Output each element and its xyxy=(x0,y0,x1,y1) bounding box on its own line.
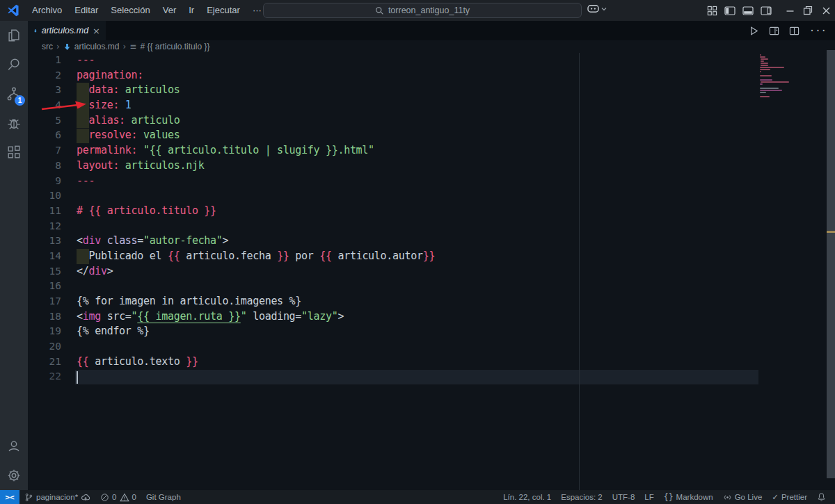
markdown-file-icon xyxy=(33,26,38,35)
code-line-8[interactable]: layout: articulos.njk xyxy=(77,158,758,174)
remote-indicator[interactable]: >< xyxy=(0,490,19,504)
code-line-18[interactable]: <img src="{{ imagen.ruta }}" loading="la… xyxy=(77,309,758,325)
toggle-sidebar-button[interactable] xyxy=(721,0,739,21)
command-center-search[interactable]: torreon_antiguo_11ty xyxy=(263,3,582,18)
code-token: {{ imagen.ruta }} xyxy=(137,310,240,323)
code-token xyxy=(119,159,125,172)
encoding-label: UTF-8 xyxy=(612,493,635,501)
toggle-panel-button[interactable] xyxy=(739,0,757,21)
code-token: > xyxy=(337,310,344,323)
customize-layout-button[interactable] xyxy=(703,0,721,21)
tab-close-icon[interactable]: × xyxy=(93,26,100,36)
code-line-14[interactable]: Publicado el {{ articulo.fecha }} por {{… xyxy=(77,249,758,264)
search-icon xyxy=(6,57,22,72)
close-window-button[interactable] xyxy=(817,0,835,21)
menu-item-seleccin[interactable]: Selección xyxy=(104,0,156,21)
editor-pane[interactable]: 12345678910111213141516171819202122 ---p… xyxy=(28,53,835,490)
code-token: alias: xyxy=(88,114,125,127)
close-icon xyxy=(822,6,831,15)
tab-articulos-md[interactable]: articulos.md × xyxy=(28,21,106,40)
code-line-17[interactable]: {% for imagen in articulo.imagenes %} xyxy=(77,294,758,309)
breadcrumb-src[interactable]: src xyxy=(42,42,53,51)
code-line-4[interactable]: size: 1 xyxy=(77,98,758,113)
extensions-button[interactable] xyxy=(0,138,28,167)
code-token: articulo.fecha xyxy=(180,250,277,262)
code-line-13[interactable]: <div class="autor-fecha"> xyxy=(77,234,758,249)
code-token: {% endfor %} xyxy=(77,325,150,337)
code-line-1[interactable]: --- xyxy=(77,53,758,68)
line-number-6: 6 xyxy=(28,128,61,143)
code-line-2[interactable]: pagination: xyxy=(77,68,758,83)
menu-item-ir[interactable]: Ir xyxy=(182,0,200,21)
code-line-15[interactable]: </div> xyxy=(77,264,758,279)
restore-button[interactable] xyxy=(799,0,817,21)
run-preview-icon[interactable] xyxy=(749,26,759,36)
code-token: articulo.texto xyxy=(88,355,186,368)
menu-item-editar[interactable]: Editar xyxy=(68,0,104,21)
split-editor-icon[interactable] xyxy=(789,26,800,36)
code-line-16[interactable] xyxy=(77,279,758,294)
explorer-button[interactable] xyxy=(0,21,28,50)
eol-status[interactable]: LF xyxy=(639,490,658,504)
scrollbar[interactable] xyxy=(827,50,835,478)
line-number-19: 19 xyxy=(28,324,61,339)
encoding-status[interactable]: UTF-8 xyxy=(607,490,640,504)
code-token: --- xyxy=(77,174,95,187)
go-live-status[interactable]: Go Live xyxy=(718,490,768,504)
code-token: values xyxy=(143,129,180,141)
minimap[interactable] xyxy=(760,54,806,100)
gear-icon xyxy=(6,468,22,483)
source-control-button[interactable]: 1 xyxy=(0,79,28,108)
warnings-count: 0 xyxy=(132,493,136,501)
problems-status[interactable]: 0 0 xyxy=(95,490,141,504)
minimize-button[interactable] xyxy=(781,0,799,21)
code-token xyxy=(101,234,107,247)
minimap-line xyxy=(761,81,789,83)
line-number-18: 18 xyxy=(28,309,61,325)
code-token: {{ xyxy=(77,355,88,368)
indentation-status[interactable]: Espacios: 2 xyxy=(556,490,607,504)
breadcrumb-file[interactable]: articulos.md xyxy=(74,42,120,51)
code-line-20[interactable] xyxy=(77,339,758,355)
toggle-secondary-sidebar-button[interactable] xyxy=(757,0,775,21)
code-line-11[interactable]: # {{ articulo.titulo }} xyxy=(77,204,758,219)
breadcrumb-symbol[interactable]: # {{ articulo.titulo }} xyxy=(140,42,209,51)
code-line-19[interactable]: {% endfor %} xyxy=(77,324,758,339)
errors-count: 0 xyxy=(112,493,116,501)
eol-label: LF xyxy=(644,493,653,501)
minimap-line xyxy=(761,58,768,60)
minimap-line xyxy=(760,67,784,68)
code-line-22[interactable] xyxy=(77,369,758,384)
code-line-9[interactable]: --- xyxy=(77,174,758,189)
code-token: size: xyxy=(88,99,119,111)
git-graph-status[interactable]: Git Graph xyxy=(141,490,186,504)
line-number-20: 20 xyxy=(28,339,61,355)
code-line-7[interactable]: permalink: "{{ articulo.titulo | slugify… xyxy=(77,143,758,158)
notifications-status[interactable] xyxy=(812,490,831,504)
code-line-12[interactable] xyxy=(77,219,758,234)
search-button[interactable] xyxy=(0,50,28,79)
text-cursor xyxy=(77,371,78,384)
settings-button[interactable] xyxy=(0,461,28,490)
menu-item-ver[interactable]: Ver xyxy=(157,0,183,21)
cursor-position-status[interactable]: Lín. 22, col. 1 xyxy=(498,490,556,504)
formatter-status[interactable]: ✓ Prettier xyxy=(767,490,812,504)
more-actions-icon[interactable]: ··· xyxy=(809,25,827,36)
code-line-3[interactable]: data: articulos xyxy=(77,83,758,98)
copilot-menu[interactable] xyxy=(587,3,607,14)
run-debug-button[interactable] xyxy=(0,108,28,138)
code-token: layout: xyxy=(77,159,119,172)
menu-item-archivo[interactable]: Archivo xyxy=(26,0,68,21)
code-token: 1 xyxy=(125,99,132,111)
accounts-button[interactable] xyxy=(0,432,28,461)
minimap-line xyxy=(760,79,772,81)
menu-item-ejecutar[interactable]: Ejecutar xyxy=(200,0,246,21)
status-bar: >< paginacion* 0 xyxy=(0,490,835,504)
code-line-10[interactable] xyxy=(77,188,758,204)
code-line-5[interactable]: alias: articulo xyxy=(77,113,758,129)
branch-status[interactable]: paginacion* xyxy=(19,490,95,504)
code-line-6[interactable]: resolve: values xyxy=(77,128,758,143)
open-preview-icon[interactable] xyxy=(769,26,779,36)
code-line-21[interactable]: {{ articulo.texto }} xyxy=(77,355,758,370)
language-mode-status[interactable]: {} Markdown xyxy=(659,490,718,504)
